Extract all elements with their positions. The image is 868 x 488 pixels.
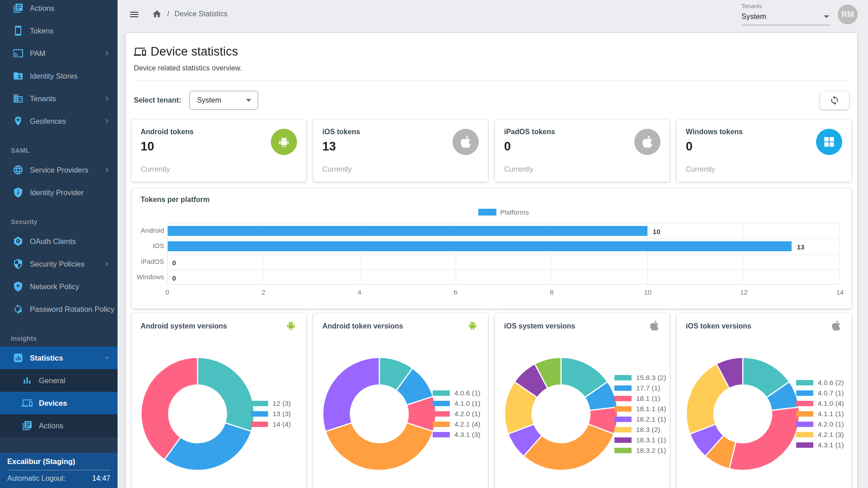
donut-card-ios-token-versions: iOS token versions4.0.6 (2)4.0.7 (1)4.1.…	[677, 313, 851, 488]
bar-plot-area: 101300	[167, 223, 840, 285]
sidebar-item-label: Actions	[39, 422, 63, 430]
donut-slice-13-3-[interactable]	[165, 423, 251, 470]
sidebar-item-oauth-clients[interactable]: OAuth Clients	[0, 230, 118, 253]
home-icon[interactable]	[152, 9, 162, 19]
actions-icon	[13, 3, 24, 14]
refresh-button[interactable]	[820, 91, 849, 109]
legend-label: 18.3 (2)	[636, 426, 660, 434]
legend-item-18-3-1-1-[interactable]: 18.3.1 (1)	[614, 435, 666, 445]
sidebar-item-service-providers[interactable]: Service Providers	[0, 159, 118, 181]
tokens-icon	[13, 25, 24, 36]
legend-item-18-1-1-[interactable]: 18.1 (1)	[614, 393, 666, 404]
legend-item-18-1-1-4-[interactable]: 18.1.1 (4)	[614, 404, 666, 414]
legend-label: 4.2.1 (4)	[454, 420, 481, 428]
donut-slice-4-3-1-3-[interactable]	[323, 357, 379, 432]
legend-item-4-2-0-1-[interactable]: 4.2.0 (1)	[433, 409, 481, 419]
sidebar-item-pam[interactable]: PAM	[0, 42, 118, 65]
legend-swatch	[614, 437, 632, 443]
x-tick-label: 10	[644, 288, 652, 296]
windows-icon	[816, 129, 842, 155]
legend-item-12-3-[interactable]: 12 (3)	[251, 399, 291, 409]
sidebar: ActionsTokensPAMIdentity StoresTenantsGe…	[0, 0, 118, 488]
sidebar-item-tokens[interactable]: Tokens	[0, 19, 118, 42]
avatar[interactable]: RM	[838, 5, 858, 24]
legend-item-18-3-2-1-[interactable]: 18.3.2 (1)	[614, 445, 666, 455]
sidebar-item-network-policy[interactable]: Network Policy	[0, 275, 118, 298]
legend-item-4-3-1-1-[interactable]: 4.3.1 (1)	[796, 440, 844, 450]
legend-item-4-0-7-1-[interactable]: 4.0.7 (1)	[796, 388, 844, 399]
chart-title: Android system versions	[141, 322, 227, 330]
sidebar-item-geofences[interactable]: Geofences	[0, 110, 118, 132]
legend-item-4-2-1-3-[interactable]: 4.2.1 (3)	[796, 430, 844, 440]
gridline	[840, 223, 840, 284]
x-tick-label: 14	[836, 288, 844, 296]
bar-android[interactable]	[168, 226, 647, 236]
legend-item-17-7-1-[interactable]: 17.7 (1)	[614, 383, 666, 393]
legend-item-13-3-[interactable]: 13 (3)	[251, 409, 291, 419]
legend-item-4-0-6-1-[interactable]: 4.0.6 (1)	[433, 388, 481, 399]
sidebar-item-general[interactable]: General	[0, 369, 118, 392]
sidebar-item-devices[interactable]: Devices	[0, 392, 118, 414]
sidebar-item-security-policies[interactable]: Security Policies	[0, 253, 118, 275]
sidebar-item-actions[interactable]: Actions	[0, 414, 118, 437]
sidebar-item-tenants[interactable]: Tenants	[0, 87, 118, 110]
legend-label: 18.1.1 (4)	[636, 405, 666, 413]
legend-item-4-0-6-2-[interactable]: 4.0.6 (2)	[796, 378, 844, 388]
legend-swatch	[251, 422, 268, 427]
tenant-dropdown[interactable]: System	[189, 91, 258, 110]
legend-item-4-1-1-1-[interactable]: 4.1.1 (1)	[796, 409, 844, 419]
sidebar-item-identity-provider[interactable]: Identity Provider	[0, 181, 118, 204]
legend-item-14-4-[interactable]: 14 (4)	[251, 419, 291, 430]
legend-item-4-1-0-4-[interactable]: 4.1.0 (4)	[796, 399, 844, 409]
legend-label: 13 (3)	[273, 410, 291, 418]
sidebar-item-statistics[interactable]: Statistics	[0, 347, 118, 369]
password-rotation-icon	[13, 304, 24, 314]
chart-title: iOS system versions	[504, 322, 575, 330]
chevron-right-icon	[103, 117, 111, 125]
legend-item-18-2-1-1-[interactable]: 18.2.1 (1)	[614, 414, 666, 424]
legend-swatch	[433, 401, 450, 406]
actions-icon	[22, 420, 33, 431]
legend-item-4-2-0-1-[interactable]: 4.2.0 (1)	[796, 419, 844, 430]
donut-chart	[322, 357, 437, 471]
legend-item-4-2-1-4-[interactable]: 4.2.1 (4)	[433, 419, 481, 430]
network-policy-icon	[13, 281, 24, 292]
stat-card-android-tokens: Android tokens10Currently	[132, 120, 306, 182]
sidebar-item-identity-stores[interactable]: Identity Stores	[0, 65, 118, 87]
bar-ios[interactable]	[168, 241, 792, 251]
chevron-right-icon	[103, 260, 111, 268]
auto-logout-time: 14:47	[92, 474, 110, 483]
legend-item-4-3-1-3-[interactable]: 4.3.1 (3)	[433, 430, 481, 440]
legend-swatch	[614, 406, 632, 412]
sidebar-item-label: Geofences	[30, 117, 66, 126]
breadcrumb[interactable]: Device Statistics	[175, 10, 227, 18]
legend-item-18-3-2-[interactable]: 18.3 (2)	[614, 424, 666, 435]
sidebar-item-actions[interactable]: Actions	[0, 0, 118, 19]
bar-value-label: 13	[797, 243, 805, 251]
donut-slice-4-1-0-4-[interactable]	[729, 407, 799, 470]
legend-item-15-8-3-2-[interactable]: 15.8.3 (2)	[614, 372, 666, 383]
sidebar-item-password-rotation-policy[interactable]: Password Rotation Policy	[0, 298, 118, 320]
legend-item-4-1-0-1-[interactable]: 4.1.0 (1)	[433, 399, 481, 409]
donut-chart	[685, 357, 800, 471]
legend-swatch	[433, 432, 450, 437]
sidebar-item-label: Tenants	[30, 94, 56, 103]
legend-swatch	[796, 432, 813, 437]
legend-label: 14 (4)	[273, 420, 291, 428]
header-divider	[134, 80, 849, 81]
donut-slice-12-3-[interactable]	[198, 357, 254, 432]
donut-slice-4-2-1-4-[interactable]	[326, 423, 433, 470]
apple-icon	[634, 129, 660, 155]
chart-title: Android token versions	[322, 322, 403, 330]
statistics-icon	[13, 352, 24, 363]
tenant-select[interactable]: Tenants System	[741, 3, 830, 25]
stat-cards-row: Android tokens10CurrentlyiOS tokens13Cur…	[132, 120, 851, 182]
legend-label: 18.3.1 (1)	[636, 436, 666, 444]
stat-card-caption: Currently	[686, 165, 715, 174]
legend-swatch	[796, 390, 813, 396]
x-tick-label: 0	[165, 288, 169, 296]
menu-icon[interactable]	[129, 9, 140, 20]
sidebar-nav: ActionsTokensPAMIdentity StoresTenantsGe…	[0, 0, 118, 463]
select-tenant-label: Select tenant:	[134, 96, 181, 104]
chart-legend[interactable]: Platforms	[167, 208, 840, 216]
